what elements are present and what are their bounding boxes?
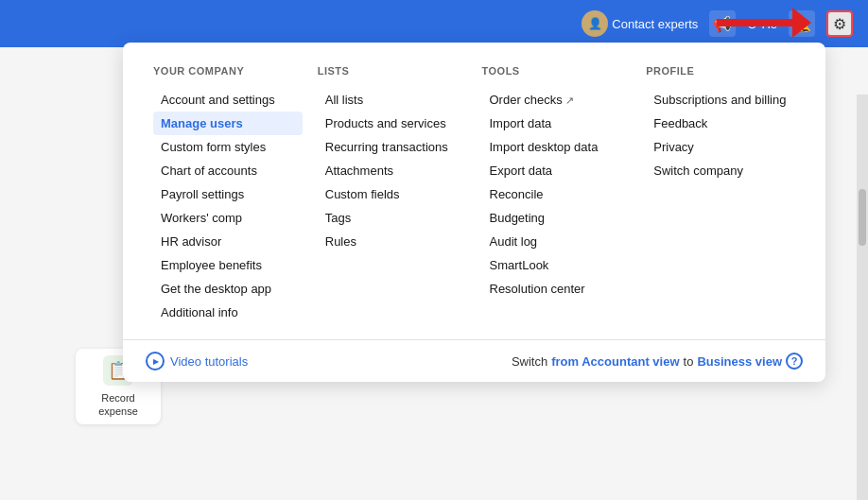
reconcile-item[interactable]: Reconcile bbox=[482, 182, 632, 206]
help-icon[interactable]: ? bbox=[786, 353, 803, 370]
switch-text-2: to bbox=[684, 354, 694, 369]
order-checks-item[interactable]: Order checks bbox=[482, 88, 632, 112]
recurring-transactions-item[interactable]: Recurring transactions bbox=[318, 135, 467, 159]
contact-experts-nav[interactable]: 👤 Contact experts bbox=[582, 10, 698, 37]
profile-column: PROFILE Subscriptions and billing Feedba… bbox=[638, 65, 803, 324]
profile-title: PROFILE bbox=[646, 65, 795, 77]
lists-column: LISTS All lists Products and services Re… bbox=[310, 65, 475, 324]
lists-title: LISTS bbox=[318, 65, 467, 77]
subscriptions-billing-item[interactable]: Subscriptions and billing bbox=[646, 88, 795, 112]
import-desktop-data-item[interactable]: Import desktop data bbox=[482, 135, 632, 159]
custom-form-styles-item[interactable]: Custom form styles bbox=[153, 135, 303, 159]
video-tutorials-label: Video tutorials bbox=[170, 354, 248, 369]
red-arrow-indicator bbox=[717, 8, 811, 38]
custom-fields-item[interactable]: Custom fields bbox=[318, 182, 467, 206]
switch-company-item[interactable]: Switch company bbox=[646, 159, 795, 182]
workers-comp-item[interactable]: Workers' comp bbox=[153, 206, 303, 230]
menu-columns: YOUR COMPANY Account and settings Manage… bbox=[123, 65, 825, 339]
tags-item[interactable]: Tags bbox=[318, 206, 467, 230]
products-services-item[interactable]: Products and services bbox=[318, 112, 467, 135]
gear-icon[interactable]: ⚙ bbox=[826, 10, 853, 37]
switch-from-label: from Accountant view bbox=[551, 354, 679, 369]
employee-benefits-item[interactable]: Employee benefits bbox=[153, 253, 303, 277]
smartlook-item[interactable]: SmartLook bbox=[482, 253, 632, 277]
audit-log-item[interactable]: Audit log bbox=[482, 230, 632, 253]
scroll-thumb[interactable] bbox=[859, 189, 866, 246]
your-company-title: YOUR COMPANY bbox=[153, 65, 303, 77]
account-settings-item[interactable]: Account and settings bbox=[153, 88, 303, 112]
arrow-body bbox=[717, 19, 792, 26]
play-icon: ▶ bbox=[146, 352, 165, 371]
switch-to-label: Business view bbox=[697, 354, 782, 369]
budgeting-item[interactable]: Budgeting bbox=[482, 206, 632, 230]
switch-text-1: Switch bbox=[512, 354, 547, 369]
resolution-center-item[interactable]: Resolution center bbox=[482, 277, 632, 301]
get-desktop-app-item[interactable]: Get the desktop app bbox=[153, 277, 303, 301]
additional-info-item[interactable]: Additional info bbox=[153, 301, 303, 324]
hr-advisor-item[interactable]: HR advisor bbox=[153, 230, 303, 253]
your-company-column: YOUR COMPANY Account and settings Manage… bbox=[146, 65, 310, 324]
manage-users-item[interactable]: Manage users bbox=[153, 112, 303, 135]
rules-item[interactable]: Rules bbox=[318, 230, 467, 253]
feedback-item[interactable]: Feedback bbox=[646, 112, 795, 135]
scrollbar[interactable] bbox=[857, 95, 868, 500]
import-data-item[interactable]: Import data bbox=[482, 112, 632, 135]
menu-footer: ▶ Video tutorials Switch from Accountant… bbox=[123, 339, 825, 382]
contact-experts-label: Contact experts bbox=[612, 17, 698, 31]
payroll-settings-item[interactable]: Payroll settings bbox=[153, 182, 303, 206]
attachments-item[interactable]: Attachments bbox=[318, 159, 467, 182]
tools-title: TOOLS bbox=[482, 65, 632, 77]
switch-view-link[interactable]: Switch from Accountant view to Business … bbox=[512, 353, 803, 370]
chart-of-accounts-item[interactable]: Chart of accounts bbox=[153, 159, 303, 182]
video-tutorials-link[interactable]: ▶ Video tutorials bbox=[146, 352, 248, 371]
record-card-label: Record expense bbox=[98, 391, 138, 419]
tools-column: TOOLS Order checks Import data Import de… bbox=[475, 65, 639, 324]
all-lists-item[interactable]: All lists bbox=[318, 88, 467, 112]
export-data-item[interactable]: Export data bbox=[482, 159, 632, 182]
settings-dropdown-menu: YOUR COMPANY Account and settings Manage… bbox=[123, 43, 825, 382]
arrow-head bbox=[792, 8, 811, 38]
avatar: 👤 bbox=[582, 10, 608, 37]
privacy-item[interactable]: Privacy bbox=[646, 135, 795, 159]
